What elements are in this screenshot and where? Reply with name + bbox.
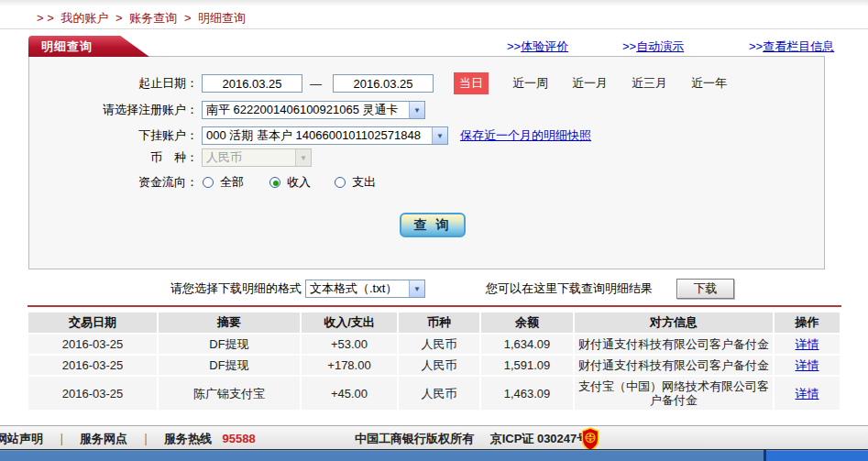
chevron-down-icon[interactable]: ▼ [432, 127, 447, 144]
cell-action: 详情 [775, 335, 840, 354]
chevron-down-icon[interactable]: ▼ [409, 280, 424, 297]
link-experience-review[interactable]: >>体验评价 [507, 38, 568, 55]
range-last-3-months-button[interactable]: 近三月 [632, 75, 667, 92]
cell-summary: 陈广锦支付宝 [159, 377, 300, 410]
footer-copyright: 中国工商银行版权所有 京ICP证 030247号 [355, 431, 588, 447]
cell-currency: 人民币 [399, 335, 479, 354]
sub-account-select[interactable]: 000 活期 基本户 1406600101102571848 ▼ [202, 126, 448, 145]
cell-summary: DF提现 [159, 335, 300, 354]
footer-divider: ｜ [56, 432, 68, 445]
cell-counterparty: 财付通支付科技有限公司客户备付金 [575, 335, 773, 354]
icp-license: 京ICP证 030247号 [490, 432, 589, 445]
cell-date: 2016-03-25 [28, 356, 157, 375]
icbc-emblem-icon [579, 427, 601, 451]
date-range-row: 起止日期： — 当日 近一周 近一月 近三月 近一年 [29, 73, 824, 93]
cell-balance: 1,591.09 [481, 356, 573, 375]
bottom-bar-left [0, 450, 764, 461]
header-balance: 余额 [481, 313, 573, 333]
radio-circle-icon[interactable] [269, 177, 280, 188]
cell-amount: +45.00 [302, 377, 397, 410]
download-format-select[interactable]: 文本格式（.txt） ▼ [305, 280, 425, 298]
currency-select-disabled: 人民币 ▼ [202, 148, 312, 167]
download-result-label: 您可以在这里下载查询明细结果 [486, 280, 653, 297]
header-summary: 摘要 [159, 313, 300, 333]
bottom-bar-right [766, 450, 868, 461]
cell-amount: +53.00 [302, 335, 397, 354]
download-button[interactable]: 下载 [676, 279, 734, 299]
currency-value: 人民币 [203, 149, 295, 166]
breadcrumb-separator: > [184, 11, 192, 25]
footer-link-site-statement[interactable]: 网站声明 [0, 432, 43, 445]
download-row: 请您选择下载明细的格式 文本格式（.txt） ▼ 您可以在这里下载查询明细结果 … [28, 279, 840, 299]
range-last-month-button[interactable]: 近一月 [572, 75, 608, 92]
table-row: 2016-03-25DF提现+178.00人民币1,591.09财付通支付科技有… [28, 356, 840, 375]
footer-divider: ｜ [140, 432, 152, 445]
header-action: 操作 [775, 313, 840, 333]
save-monthly-snapshot-link[interactable]: 保存近一个月的明细快照 [460, 127, 591, 144]
tab-row: 明细查询 >>体验评价 >>自动演示 >>查看栏目信息 [28, 36, 840, 57]
detail-link[interactable]: 详情 [796, 358, 819, 372]
cell-action: 详情 [775, 356, 840, 375]
flow-radio-1[interactable]: 收入 [269, 174, 311, 191]
breadcrumb-item-my-account[interactable]: 我的账户 [60, 11, 108, 25]
cell-date: 2016-03-25 [28, 377, 157, 410]
sub-account-label: 下挂账户： [29, 127, 198, 144]
tab-detail-query[interactable]: 明细查询 [28, 36, 149, 57]
range-last-year-button[interactable]: 近一年 [691, 75, 727, 92]
download-format-label: 请您选择下载明细的格式 [170, 280, 302, 297]
cell-date: 2016-03-25 [28, 335, 157, 354]
range-last-week-button[interactable]: 近一周 [512, 75, 548, 92]
cell-counterparty: 财付通支付科技有限公司客户备付金 [575, 356, 773, 375]
cell-summary: DF提现 [159, 356, 300, 375]
date-from-input[interactable] [202, 74, 302, 93]
query-button[interactable]: 查 询 [400, 213, 466, 237]
radio-circle-icon[interactable] [335, 177, 346, 188]
footer-link-service-outlets[interactable]: 服务网点 [80, 432, 127, 445]
header-counterparty: 对方信息 [575, 313, 773, 333]
flow-radio-2[interactable]: 支出 [335, 174, 376, 191]
sub-account-row: 下挂账户： 000 活期 基本户 1406600101102571848 ▼ 保… [29, 126, 824, 146]
flow-radio-0[interactable]: 全部 [203, 174, 244, 191]
transaction-table: 交易日期 摘要 收入/支出 币种 余额 对方信息 操作 2016-03-25DF… [27, 311, 841, 412]
copyright-text: 中国工商银行版权所有 [355, 432, 474, 445]
flow-options: 全部收入支出 [198, 174, 376, 191]
registered-account-value: 南平 6222001406100921065 灵通卡 [203, 102, 409, 118]
header-date: 交易日期 [28, 313, 157, 333]
chevron-prefix: >> [507, 39, 521, 53]
radio-label: 收入 [287, 174, 311, 191]
currency-label: 币 种： [29, 149, 198, 166]
cell-balance: 1,463.09 [481, 377, 573, 410]
download-format-value: 文本格式（.txt） [306, 280, 409, 297]
breadcrumb-item-detail-query[interactable]: 明细查询 [198, 11, 246, 25]
chevron-down-icon[interactable]: ▼ [409, 102, 424, 118]
date-to-input[interactable] [333, 74, 434, 93]
top-fade [0, 0, 868, 6]
link-view-column-info[interactable]: >>查看栏目信息 [749, 38, 834, 55]
detail-link[interactable]: 详情 [796, 387, 819, 401]
cell-currency: 人民币 [399, 356, 479, 375]
date-range-label: 起止日期： [29, 75, 198, 92]
header-currency: 币种 [399, 313, 479, 333]
query-form-panel: 起止日期： — 当日 近一周 近一月 近三月 近一年 请选择注册账户： 南平 6… [28, 56, 825, 269]
divider-line [0, 28, 868, 29]
breadcrumb-separator: > [115, 11, 123, 25]
cell-balance: 1,634.09 [481, 335, 573, 354]
sub-account-value: 000 活期 基本户 1406600101102571848 [203, 127, 432, 144]
today-button[interactable]: 当日 [454, 72, 489, 94]
breadcrumb-item-account-query[interactable]: 账务查询 [129, 11, 177, 25]
registered-account-select[interactable]: 南平 6222001406100921065 灵通卡 ▼ [202, 101, 425, 119]
radio-label: 支出 [352, 174, 376, 191]
footer-hotline-label: 服务热线 [164, 432, 212, 445]
radio-circle-icon[interactable] [203, 177, 214, 188]
fund-flow-label: 资金流向： [29, 174, 198, 191]
radio-label: 全部 [220, 174, 244, 191]
detail-link[interactable]: 详情 [796, 337, 819, 351]
footer-hotline-number: 95588 [223, 432, 256, 445]
link-label: 查看栏目信息 [763, 39, 834, 53]
chevron-prefix: >> [622, 39, 636, 53]
table-row: 2016-03-25陈广锦支付宝+45.00人民币1,463.09支付宝（中国）… [28, 377, 840, 410]
cell-currency: 人民币 [399, 377, 479, 410]
cell-counterparty: 支付宝（中国）网络技术有限公司客户备付金 [575, 377, 773, 410]
link-auto-demo[interactable]: >>自动演示 [622, 38, 684, 55]
table-row: 2016-03-25DF提现+53.00人民币1,634.09财付通支付科技有限… [28, 335, 840, 354]
